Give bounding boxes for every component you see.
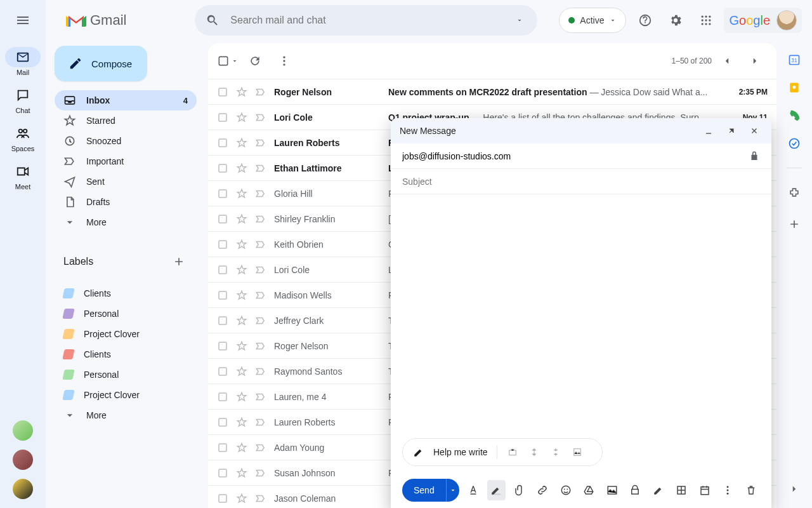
star-icon[interactable] xyxy=(236,340,247,352)
tasks-icon[interactable] xyxy=(788,137,801,150)
star-icon[interactable] xyxy=(236,112,247,123)
star-icon[interactable] xyxy=(236,493,247,504)
important-marker-icon[interactable] xyxy=(255,290,266,301)
send-more[interactable] xyxy=(446,479,459,502)
addons-icon[interactable] xyxy=(788,186,801,199)
nav-item-starred[interactable]: Starred xyxy=(55,110,197,131)
compose-subject-input[interactable] xyxy=(402,177,760,187)
search-bar[interactable] xyxy=(195,5,537,36)
important-marker-icon[interactable] xyxy=(255,239,266,250)
insert-table-button[interactable] xyxy=(672,480,690,500)
star-icon[interactable] xyxy=(236,366,247,377)
insert-emoji-button[interactable] xyxy=(557,480,575,500)
compose-more-button[interactable] xyxy=(719,480,737,500)
checkbox-icon[interactable] xyxy=(217,493,228,504)
label-item[interactable]: Personal xyxy=(55,304,197,324)
important-marker-icon[interactable] xyxy=(255,112,266,123)
lock-icon[interactable] xyxy=(749,150,760,162)
checkbox-icon[interactable] xyxy=(217,112,228,123)
star-icon[interactable] xyxy=(236,239,247,250)
checkbox-icon[interactable] xyxy=(217,391,228,403)
discard-draft-button[interactable] xyxy=(742,480,760,500)
rail-app-meet[interactable]: Meet xyxy=(0,161,46,190)
important-marker-icon[interactable] xyxy=(255,391,266,403)
checkbox-icon[interactable] xyxy=(217,86,228,98)
star-icon[interactable] xyxy=(236,264,247,276)
calendar-icon[interactable]: 31 xyxy=(788,53,801,66)
label-item[interactable]: Clients xyxy=(55,344,197,364)
main-menu-button[interactable] xyxy=(8,5,38,36)
insert-link-button[interactable] xyxy=(534,480,551,500)
rail-app-spaces[interactable]: Spaces xyxy=(0,123,46,152)
star-icon[interactable] xyxy=(236,137,247,149)
presence-avatar[interactable] xyxy=(13,479,33,499)
pager-next[interactable] xyxy=(742,48,768,74)
label-item[interactable]: Project Clover xyxy=(55,324,197,344)
search-input[interactable] xyxy=(230,15,502,26)
compose-close[interactable] xyxy=(746,123,763,139)
attach-button[interactable] xyxy=(511,480,528,500)
gmail-logo[interactable]: Gmail xyxy=(66,12,188,29)
star-icon[interactable] xyxy=(236,315,247,326)
important-marker-icon[interactable] xyxy=(255,213,266,225)
support-button[interactable] xyxy=(632,8,658,33)
hmw-briefcase-icon[interactable] xyxy=(506,446,519,458)
label-item[interactable]: Personal xyxy=(55,364,197,385)
nav-item-drafts[interactable]: Drafts xyxy=(55,192,197,212)
refresh-button[interactable] xyxy=(242,48,268,74)
compose-header[interactable]: New Message xyxy=(391,118,771,144)
compose-button[interactable]: Compose xyxy=(55,46,147,81)
rail-app-mail[interactable]: Mail xyxy=(0,47,46,76)
important-marker-icon[interactable] xyxy=(255,188,266,199)
more-actions-button[interactable] xyxy=(272,48,297,74)
star-icon[interactable] xyxy=(236,163,247,174)
hmw-expand-icon[interactable] xyxy=(528,446,540,458)
important-marker-icon[interactable] xyxy=(255,315,266,326)
nav-item-more[interactable]: More xyxy=(55,212,197,232)
mail-row[interactable]: Roger Nelson New comments on MCR2022 dra… xyxy=(208,79,776,104)
nav-item-sent[interactable]: Sent xyxy=(55,171,197,192)
compose-popout[interactable] xyxy=(723,123,740,139)
help-me-write[interactable]: Help me write xyxy=(402,438,603,466)
star-icon[interactable] xyxy=(236,213,247,225)
checkbox-icon[interactable] xyxy=(217,442,228,453)
nav-item-inbox[interactable]: Inbox 4 xyxy=(55,90,197,110)
checkbox-icon[interactable] xyxy=(217,340,228,352)
profile-avatar[interactable] xyxy=(776,10,797,30)
account-switcher[interactable]: Google xyxy=(724,8,802,33)
select-all[interactable] xyxy=(217,55,239,67)
important-marker-icon[interactable] xyxy=(255,137,266,149)
format-text-button[interactable] xyxy=(464,480,482,500)
star-icon[interactable] xyxy=(236,417,247,428)
add-label-button[interactable] xyxy=(166,249,192,274)
status-chip[interactable]: Active xyxy=(559,8,626,33)
google-apps-button[interactable] xyxy=(693,8,719,33)
settings-button[interactable] xyxy=(663,8,688,33)
nav-item-snoozed[interactable]: Snoozed xyxy=(55,131,197,151)
schedule-button[interactable] xyxy=(696,480,714,500)
pager-prev[interactable] xyxy=(714,48,740,74)
label-item[interactable]: Clients xyxy=(55,283,197,304)
important-marker-icon[interactable] xyxy=(255,493,266,504)
checkbox-icon[interactable] xyxy=(217,315,228,326)
checkbox-icon[interactable] xyxy=(217,188,228,199)
checkbox-icon[interactable] xyxy=(217,366,228,377)
send-button[interactable]: Send xyxy=(402,479,459,502)
star-icon[interactable] xyxy=(236,290,247,301)
important-marker-icon[interactable] xyxy=(255,340,266,352)
confidential-button[interactable] xyxy=(626,480,644,500)
important-marker-icon[interactable] xyxy=(255,467,266,479)
keep-icon[interactable] xyxy=(788,81,801,94)
call-icon[interactable] xyxy=(788,109,801,122)
label-item[interactable]: Project Clover xyxy=(55,385,197,405)
important-marker-icon[interactable] xyxy=(255,163,266,174)
compose-body[interactable] xyxy=(391,194,771,438)
insert-signature-button[interactable] xyxy=(650,480,667,500)
rail-app-chat[interactable]: Chat xyxy=(0,85,46,114)
important-marker-icon[interactable] xyxy=(255,86,266,98)
hmw-collapse-icon[interactable] xyxy=(549,446,562,458)
search-button[interactable] xyxy=(200,8,225,33)
hmw-image-icon[interactable] xyxy=(571,446,584,458)
star-icon[interactable] xyxy=(236,442,247,453)
presence-avatar[interactable] xyxy=(13,450,33,470)
